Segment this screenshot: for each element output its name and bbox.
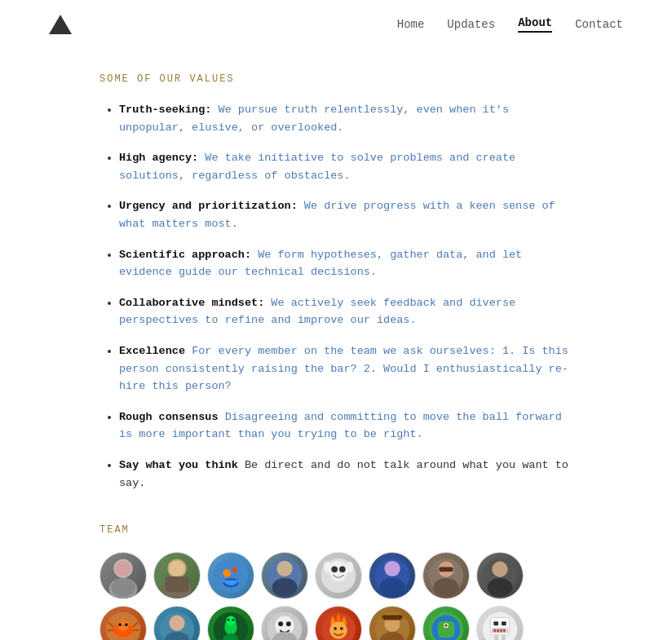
svg-point-9	[223, 569, 231, 577]
avatar[interactable]	[369, 606, 416, 640]
avatar[interactable]	[207, 552, 254, 599]
value-label: Say what you think	[119, 459, 238, 471]
team-title: TEAM	[99, 524, 573, 536]
values-list: Truth-seeking: We pursue truth relentles…	[99, 101, 573, 492]
avatar[interactable]	[99, 552, 147, 599]
list-item: Scientific approach: We form hypotheses,…	[119, 246, 573, 281]
svg-point-3	[112, 578, 135, 597]
svg-point-10	[232, 567, 237, 572]
svg-point-56	[329, 621, 347, 638]
svg-rect-63	[383, 618, 400, 620]
value-label: High agency:	[119, 152, 198, 164]
svg-point-70	[438, 632, 453, 638]
svg-rect-76	[502, 621, 506, 625]
avatar[interactable]	[261, 606, 308, 640]
svg-rect-80	[500, 629, 502, 632]
svg-point-58	[340, 627, 343, 630]
main-content: SOME OF OUR VALUES Truth-seeking: We pur…	[51, 49, 621, 640]
value-label: Collaborative mindset:	[119, 297, 264, 309]
svg-point-39	[118, 623, 122, 626]
avatar[interactable]	[315, 606, 362, 640]
team-section: TEAM	[99, 524, 573, 640]
svg-point-20	[346, 562, 354, 573]
value-label: Excellence	[119, 345, 185, 357]
svg-rect-79	[497, 629, 499, 632]
svg-point-42	[169, 616, 184, 631]
svg-point-46	[226, 616, 236, 626]
svg-point-8	[214, 558, 248, 593]
values-title: SOME OF OUR VALUES	[99, 73, 573, 85]
svg-rect-82	[494, 635, 498, 640]
list-item: Urgency and prioritization: We drive pro…	[119, 197, 573, 232]
svg-point-53	[286, 621, 291, 626]
nav-about[interactable]: About	[518, 16, 552, 33]
avatar[interactable]	[476, 606, 524, 640]
avatar[interactable]	[99, 606, 147, 640]
avatar[interactable]	[207, 606, 254, 640]
svg-rect-75	[493, 621, 498, 625]
svg-point-18	[339, 567, 346, 573]
nav-contact[interactable]: Contact	[575, 18, 623, 31]
avatar[interactable]	[422, 606, 470, 640]
svg-rect-81	[503, 629, 506, 632]
svg-point-14	[272, 578, 298, 597]
logo-triangle-icon	[49, 15, 72, 34]
svg-point-57	[334, 627, 337, 630]
svg-point-2	[115, 561, 130, 576]
svg-rect-83	[502, 635, 506, 640]
svg-point-27	[434, 578, 459, 597]
value-label: Rough consensus	[119, 411, 219, 423]
svg-point-52	[278, 621, 283, 626]
value-text: For every member on the team we ask ours…	[119, 345, 568, 392]
svg-rect-28	[439, 567, 453, 572]
avatar[interactable]	[153, 552, 201, 599]
list-item: Say what you think Be direct and do not …	[119, 457, 573, 492]
svg-point-19	[324, 562, 332, 573]
svg-point-48	[228, 619, 230, 621]
list-item: Truth-seeking: We pursue truth relentles…	[119, 101, 573, 136]
list-item: Rough consensus Disagreeing and committi…	[119, 408, 573, 444]
list-item: Excellence For every member on the team …	[119, 342, 573, 395]
svg-point-31	[488, 578, 513, 597]
avatar[interactable]	[153, 606, 201, 640]
values-section: SOME OF OUR VALUES Truth-seeking: We pur…	[99, 73, 573, 492]
list-item: High agency: We take initiative to solve…	[119, 149, 573, 184]
value-label: Urgency and prioritization:	[119, 200, 298, 212]
value-label: Truth-seeking:	[119, 104, 211, 116]
nav-home[interactable]: Home	[397, 18, 425, 31]
svg-rect-78	[493, 629, 496, 632]
svg-point-13	[276, 561, 292, 576]
svg-point-72	[445, 625, 448, 627]
site-logo[interactable]	[49, 15, 72, 34]
value-label: Scientific approach:	[119, 249, 251, 261]
svg-point-6	[169, 561, 184, 576]
svg-rect-7	[166, 576, 189, 592]
list-item: Collaborative mindset: We actively seek …	[119, 294, 573, 329]
avatar[interactable]	[261, 552, 308, 599]
main-nav: Home Updates About Contact	[397, 16, 623, 33]
avatar[interactable]	[369, 552, 416, 599]
team-grid	[99, 552, 573, 640]
svg-point-40	[125, 623, 128, 626]
site-header: Home Updates About Contact	[0, 0, 672, 49]
svg-point-30	[492, 562, 507, 577]
avatar[interactable]	[476, 552, 524, 599]
nav-updates[interactable]: Updates	[447, 18, 495, 31]
avatar[interactable]	[315, 552, 362, 599]
avatar[interactable]	[422, 552, 470, 599]
svg-point-17	[331, 567, 338, 573]
svg-point-24	[380, 578, 405, 597]
svg-point-49	[232, 619, 234, 621]
